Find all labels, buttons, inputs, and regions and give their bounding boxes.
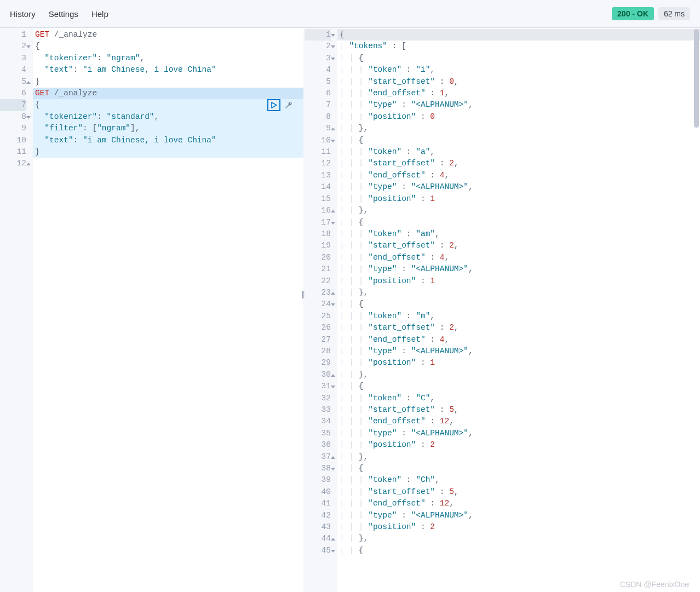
code-line: | | | "position" : 1 [337,357,700,369]
scrollbar-track[interactable] [693,28,700,592]
line-number: 21 [305,263,331,275]
code-line[interactable]: } [33,76,303,88]
menu-history[interactable]: History [10,9,36,19]
code-line: | | | "token" : "Ch", [337,474,700,486]
line-number: 11 [305,146,331,158]
menu-help[interactable]: Help [91,9,108,19]
line-number: 3 [0,53,26,64]
line-number: 10 [0,135,26,146]
wrench-icon [284,101,293,110]
code-line: | | | "type" : "<ALPHANUM>", [337,181,700,193]
code-line: | | | "start_offset" : 2, [337,158,700,169]
toolbar: History Settings Help 200 - OK 62 ms [0,0,700,27]
toolbar-left: History Settings Help [10,9,108,19]
line-number: 22 [305,275,331,287]
line-number: 6 [0,88,26,99]
request-editor[interactable]: GET /_analyze{ "tokenizer": "ngram", "te… [33,28,303,592]
code-line: | | }, [337,369,700,381]
code-line[interactable]: "text": "i am Chinese, i love China" [33,64,303,76]
code-line: | | | "token" : "C", [337,393,700,404]
line-number: 8 [0,111,26,123]
drag-handle-icon: ‖ [301,290,303,298]
menu-settings[interactable]: Settings [49,9,78,19]
line-number: 4 [305,64,331,76]
code-line: | | }, [337,533,700,544]
code-line[interactable]: } [33,146,303,158]
line-number: 33 [305,404,331,416]
line-number: 7 [305,99,331,111]
line-number: 5 [305,76,331,88]
line-number: 8 [305,111,331,123]
line-number: 16 [305,205,331,216]
code-line[interactable]: GET /_analyze [33,88,303,99]
code-line[interactable]: "tokenizer": "ngram", [33,53,303,64]
line-number: 7 [0,99,26,111]
line-number: 28 [305,346,331,357]
line-number: 26 [305,322,331,334]
code-line: | | | "type" : "<ALPHANUM>", [337,346,700,357]
line-number: 37 [305,451,331,463]
line-number: 43 [305,521,331,533]
code-line: | | | "token" : "m", [337,311,700,322]
line-number: 39 [305,474,331,486]
code-line: | | }, [337,287,700,298]
line-number: 27 [305,334,331,346]
toolbar-right: 200 - OK 62 ms [612,7,690,20]
status-badge: 200 - OK [612,7,654,20]
code-line: | | | "type" : "<ALPHANUM>", [337,263,700,275]
line-number: 6 [305,88,331,99]
line-number: 13 [305,170,331,181]
split-panes: 123456789101112 GET /_analyze{ "tokenize… [0,27,700,592]
line-number: 35 [305,428,331,439]
line-number: 3 [305,53,331,64]
code-line: | | | "end_offset" : 12, [337,498,700,509]
code-line[interactable]: "text": "i am Chinese, i love China" [33,135,303,146]
watermark: CSDN @FeenixOne [620,580,689,589]
code-line: | | | "type" : "<ALPHANUM>", [337,99,700,111]
code-line: | | | "token" : "i", [337,64,700,76]
code-line: | | { [337,298,700,310]
code-line: | | | "token" : "am", [337,228,700,240]
line-number: 45 [305,545,331,556]
code-line: | | | "end_offset" : 4, [337,170,700,181]
scrollbar-thumb[interactable] [694,29,699,128]
code-line[interactable]: { [33,99,303,111]
line-number: 38 [305,463,331,474]
line-number: 12 [305,158,331,169]
line-number: 30 [305,369,331,381]
code-line: | | | "position" : 1 [337,193,700,205]
line-number: 29 [305,357,331,369]
code-line: | | | "start_offset" : 2, [337,322,700,334]
line-number: 12 [0,158,26,169]
code-line[interactable]: GET /_analyze [33,29,303,41]
request-pane: 123456789101112 GET /_analyze{ "tokenize… [0,28,303,592]
run-button[interactable] [267,99,280,111]
code-line: | | | "token" : "a", [337,146,700,158]
code-line: | | | "start_offset" : 0, [337,76,700,88]
request-gutter: 123456789101112 [0,28,33,592]
code-line: | | { [337,135,700,146]
line-number: 34 [305,416,331,427]
code-line: | | | "position" : 0 [337,111,700,123]
code-line: | | | "end_offset" : 4, [337,334,700,346]
response-gutter: 1234567891011121314151617181920212223242… [305,28,337,592]
line-number: 9 [0,123,26,134]
line-number: 2 [0,41,26,52]
code-line: | | { [337,545,700,556]
code-line: | | | "position" : 1 [337,275,700,287]
code-line: { [337,29,700,41]
line-number: 25 [305,311,331,322]
line-number: 1 [305,29,331,41]
line-number: 10 [305,135,331,146]
code-line[interactable]: { [33,41,303,52]
line-number: 41 [305,498,331,509]
code-line: | | { [337,217,700,228]
line-number: 14 [305,181,331,193]
line-number: 4 [0,64,26,76]
code-line[interactable]: "filter": ["ngram"], [33,123,303,134]
line-number: 36 [305,439,331,451]
code-line: | | { [337,463,700,474]
wrench-button[interactable] [283,99,295,111]
code-line[interactable]: "tokenizer": "standard", [33,111,303,123]
play-icon [271,102,277,108]
